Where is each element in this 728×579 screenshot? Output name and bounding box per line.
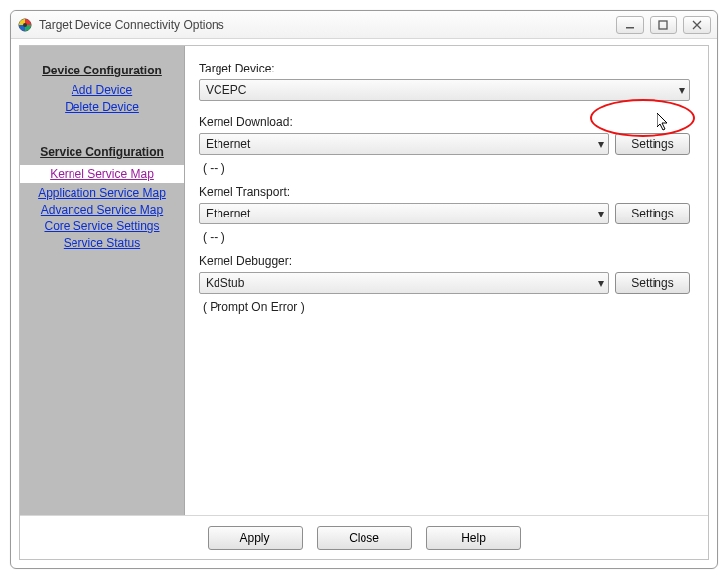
sidebar-link-service-status[interactable]: Service Status [20, 236, 184, 250]
content-pane: Target Device: VCEPC ▾ Kernel Download: … [185, 46, 708, 515]
close-dialog-button[interactable]: Close [317, 526, 412, 550]
window-title: Target Device Connectivity Options [39, 18, 616, 32]
svg-point-1 [23, 23, 27, 27]
kernel-debugger-combo[interactable]: KdStub ▾ [199, 272, 609, 294]
help-button[interactable]: Help [426, 526, 521, 550]
kernel-download-value: Ethernet [206, 137, 250, 151]
chevron-down-icon: ▾ [598, 137, 604, 151]
sidebar: Device Configuration Add Device Delete D… [20, 46, 185, 515]
sidebar-heading-device: Device Configuration [20, 64, 184, 77]
sidebar-link-application-service-map[interactable]: Application Service Map [20, 186, 184, 200]
kernel-debugger-hint: ( Prompt On Error ) [203, 300, 690, 314]
target-device-label: Target Device: [199, 62, 690, 75]
sidebar-link-add-device[interactable]: Add Device [20, 83, 184, 97]
sidebar-link-core-service-settings[interactable]: Core Service Settings [20, 219, 184, 233]
sidebar-link-kernel-service-map[interactable]: Kernel Service Map [20, 165, 184, 183]
maximize-button[interactable] [650, 16, 677, 34]
kernel-download-label: Kernel Download: [199, 115, 690, 129]
kernel-transport-settings-button[interactable]: Settings [615, 203, 690, 224]
titlebar[interactable]: Target Device Connectivity Options [11, 11, 717, 39]
target-device-combo[interactable]: VCEPC ▾ [199, 79, 690, 101]
kernel-transport-value: Ethernet [206, 207, 250, 220]
dialog-window: Target Device Connectivity Options Devic… [10, 10, 718, 569]
client-area: Device Configuration Add Device Delete D… [19, 45, 709, 560]
kernel-download-combo[interactable]: Ethernet ▾ [199, 133, 609, 155]
app-icon [17, 17, 33, 33]
kernel-debugger-value: KdStub [206, 276, 244, 290]
sidebar-heading-service: Service Configuration [20, 145, 184, 159]
chevron-down-icon: ▾ [598, 276, 604, 290]
dialog-footer: Apply Close Help [20, 515, 708, 559]
sidebar-link-delete-device[interactable]: Delete Device [20, 100, 184, 114]
kernel-transport-combo[interactable]: Ethernet ▾ [199, 203, 609, 224]
kernel-download-hint: ( -- ) [203, 161, 690, 175]
kernel-transport-label: Kernel Transport: [199, 185, 690, 199]
kernel-download-settings-button[interactable]: Settings [615, 133, 690, 155]
kernel-debugger-label: Kernel Debugger: [199, 254, 690, 268]
kernel-debugger-settings-button[interactable]: Settings [615, 272, 690, 294]
chevron-down-icon: ▾ [679, 83, 685, 97]
minimize-button[interactable] [616, 16, 644, 34]
close-button[interactable] [683, 16, 711, 34]
kernel-transport-hint: ( -- ) [203, 230, 690, 244]
apply-button[interactable]: Apply [208, 526, 303, 550]
chevron-down-icon: ▾ [598, 207, 604, 220]
window-buttons [616, 16, 711, 34]
svg-rect-2 [626, 27, 634, 29]
svg-rect-3 [659, 21, 667, 29]
sidebar-link-advanced-service-map[interactable]: Advanced Service Map [20, 203, 184, 217]
target-device-value: VCEPC [206, 83, 246, 97]
